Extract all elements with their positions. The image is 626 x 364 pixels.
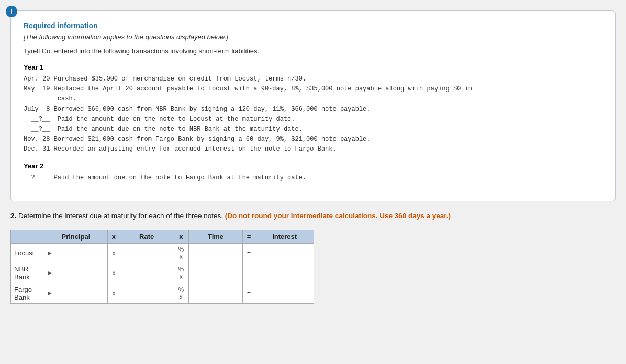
table-header-row: Principal x Rate x Time = Interest — [11, 230, 314, 243]
nbr-eq: = — [242, 263, 255, 283]
year1-transactions: Apr. 20 Purchased $35,000 of merchandise… — [24, 74, 602, 155]
row-label-locust: Locust — [11, 243, 44, 263]
nbr-time-input[interactable] — [192, 268, 239, 278]
th-principal: Principal — [44, 230, 108, 243]
nbr-time-cell[interactable] — [189, 263, 242, 283]
nbr-percent: % x — [173, 263, 189, 283]
italic-subtitle: [The following information applies to th… — [24, 33, 602, 41]
question2-bold: (Do not round your intermediate calculat… — [225, 212, 451, 220]
interest-table-container: Principal x Rate x Time = Interest Locus… — [10, 230, 314, 304]
locust-interest-input[interactable] — [259, 248, 310, 258]
nbr-rate-input[interactable] — [124, 268, 170, 278]
locust-principal-cell[interactable]: ▶ — [44, 243, 108, 263]
locust-interest-cell[interactable] — [255, 243, 314, 263]
locust-time-input[interactable] — [192, 248, 239, 258]
th-time: Time — [189, 230, 242, 243]
fargo-x1: x — [107, 283, 120, 303]
fargo-rate-cell[interactable] — [120, 283, 173, 303]
fargo-percent: % x — [173, 283, 189, 303]
nbr-interest-cell[interactable] — [255, 263, 314, 283]
locust-principal-input[interactable] — [53, 248, 104, 258]
locust-rate-cell[interactable] — [120, 243, 173, 263]
th-interest: Interest — [255, 230, 314, 243]
question2-label: Determine the interest due at maturity f… — [18, 212, 225, 220]
fargo-rate-input[interactable] — [124, 289, 170, 298]
year2-heading: Year 2 — [24, 162, 602, 170]
fargo-interest-input[interactable] — [259, 289, 310, 298]
fargo-principal-input[interactable] — [53, 289, 104, 298]
question2-section: 2. Determine the interest due at maturit… — [10, 211, 616, 304]
locust-rate-input[interactable] — [124, 248, 170, 258]
question2-text: 2. Determine the interest due at maturit… — [10, 211, 616, 221]
table-row: Fargo Bank ▶ x % x = — [11, 283, 314, 303]
fargo-time-cell[interactable] — [189, 283, 242, 303]
row-label-nbr: NBR Bank — [11, 263, 44, 283]
fargo-principal-arrow: ▶ — [48, 290, 52, 296]
fargo-principal-cell[interactable]: ▶ — [44, 283, 108, 303]
interest-table: Principal x Rate x Time = Interest Locus… — [10, 230, 314, 304]
year1-heading: Year 1 — [24, 63, 602, 71]
intro-text: Tyrell Co. entered into the following tr… — [24, 47, 602, 55]
locust-principal-arrow: ▶ — [48, 250, 52, 256]
info-card: ! Required information [The following in… — [10, 10, 616, 201]
nbr-rate-cell[interactable] — [120, 263, 173, 283]
nbr-x1: x — [107, 263, 120, 283]
locust-eq: = — [242, 243, 255, 263]
th-empty — [11, 230, 44, 243]
locust-time-cell[interactable] — [189, 243, 242, 263]
required-info-title: Required information — [24, 21, 602, 30]
alert-icon: ! — [6, 6, 17, 17]
fargo-time-input[interactable] — [192, 289, 239, 298]
nbr-principal-arrow: ▶ — [48, 270, 52, 276]
nbr-principal-cell[interactable]: ▶ — [44, 263, 108, 283]
locust-x1: x — [107, 243, 120, 263]
th-eq: = — [242, 230, 255, 243]
fargo-eq: = — [242, 283, 255, 303]
nbr-principal-input[interactable] — [53, 268, 104, 278]
th-x2: x — [173, 230, 189, 243]
table-row: NBR Bank ▶ x % x = — [11, 263, 314, 283]
table-row: Locust ▶ x % x = — [11, 243, 314, 263]
fargo-interest-cell[interactable] — [255, 283, 314, 303]
th-rate: Rate — [120, 230, 173, 243]
row-label-fargo: Fargo Bank — [11, 283, 44, 303]
th-x1: x — [107, 230, 120, 243]
locust-percent: % x — [173, 243, 189, 263]
nbr-interest-input[interactable] — [259, 268, 310, 278]
year2-transactions: __?__ Paid the amount due on the note to… — [24, 173, 602, 183]
question2-number: 2. — [10, 212, 18, 220]
